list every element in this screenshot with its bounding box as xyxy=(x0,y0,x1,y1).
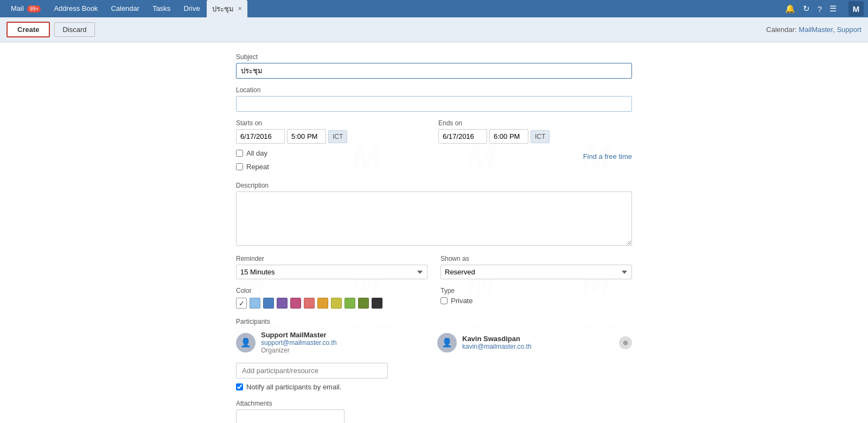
organizer-email: support@mailmaster.co.th xyxy=(261,339,431,347)
participant-info: Kavin Swasdipan kavin@mailmaster.co.th xyxy=(462,335,614,350)
participants-section: Participants 👤 Support MailMaster suppor… xyxy=(236,318,632,391)
top-navigation: Mail 99+ Address Book Calendar Tasks Dri… xyxy=(0,0,868,17)
participant-organizer: 👤 Support MailMaster support@mailmaster.… xyxy=(236,328,431,357)
color-swatch-black[interactable] xyxy=(372,298,382,309)
active-tab: ประชุม × xyxy=(207,0,247,17)
participants-label: Participants xyxy=(236,318,632,325)
participants-grid: 👤 Support MailMaster support@mailmaster.… xyxy=(236,328,632,357)
refresh-icon[interactable]: ↻ xyxy=(803,4,810,14)
color-swatch-lightblue[interactable] xyxy=(250,298,260,309)
shownas-select[interactable]: Reserved Free Busy Out of Office xyxy=(441,265,632,279)
notify-row: Notify all participants by email. xyxy=(236,383,632,391)
nav-calendar[interactable]: Calendar xyxy=(104,0,146,17)
help-icon[interactable]: ? xyxy=(818,4,822,14)
shownas-group: Shown as Reserved Free Busy Out of Offic… xyxy=(441,255,632,279)
participant-avatar: 👤 xyxy=(437,333,457,352)
starts-timezone: ICT xyxy=(328,130,347,143)
repeat-checkbox[interactable] xyxy=(236,163,243,170)
type-group: Type Private xyxy=(441,287,632,310)
remove-participant-button[interactable]: ⊗ xyxy=(619,336,632,349)
app-logo: M xyxy=(848,1,864,16)
ends-inputs: ICT xyxy=(438,129,632,144)
add-participant-input[interactable] xyxy=(236,363,388,379)
color-swatch-orange[interactable] xyxy=(317,298,328,309)
close-tab-button[interactable]: × xyxy=(238,5,242,12)
description-textarea[interactable] xyxy=(236,191,632,246)
attachments-section: Attachments xyxy=(236,400,632,423)
dates-row: Starts on ICT Ends on ICT xyxy=(236,119,632,144)
organizer-info: Support MailMaster support@mailmaster.co… xyxy=(261,331,431,354)
nav-tasks[interactable]: Tasks xyxy=(146,0,177,17)
reminder-select[interactable]: 15 Minutes 5 Minutes 10 Minutes 30 Minut… xyxy=(236,265,427,279)
starts-inputs: ICT xyxy=(236,129,430,144)
ends-time-input[interactable] xyxy=(489,129,528,144)
ends-timezone: ICT xyxy=(531,130,550,143)
avatar-person-icon: 👤 xyxy=(240,337,251,348)
ends-on-label: Ends on xyxy=(438,119,632,127)
calendar-label-text: Calendar: xyxy=(766,25,796,34)
mail-label: Mail xyxy=(11,4,24,12)
color-swatch-yellow[interactable] xyxy=(331,298,342,309)
participant-name: Kavin Swasdipan xyxy=(462,335,614,343)
type-label: Type xyxy=(441,287,632,294)
attachments-input[interactable] xyxy=(236,409,344,423)
toolbar: Create Discard Calendar: MailMaster, Sup… xyxy=(0,17,868,42)
calendar-info: Calendar: MailMaster, Support xyxy=(766,25,861,34)
calendar-mailmaster-link[interactable]: MailMaster xyxy=(799,25,833,34)
starts-on-group: Starts on ICT xyxy=(236,119,430,144)
addressbook-label: Address Book xyxy=(54,4,98,12)
private-checkbox[interactable] xyxy=(441,297,448,304)
organizer-role: Organizer xyxy=(261,347,431,354)
nav-drive[interactable]: Drive xyxy=(177,0,206,17)
nav-addressbook[interactable]: Address Book xyxy=(47,0,104,17)
reminder-label: Reminder xyxy=(236,255,427,262)
discard-button[interactable]: Discard xyxy=(54,22,94,37)
color-swatch-pink[interactable] xyxy=(290,298,301,309)
participant-email: kavin@mailmaster.co.th xyxy=(462,343,614,350)
color-swatch-purple[interactable] xyxy=(277,298,288,309)
organizer-avatar: 👤 xyxy=(236,333,256,352)
repeat-checkbox-label: Repeat xyxy=(246,163,269,171)
color-swatch-red[interactable] xyxy=(304,298,315,309)
create-button[interactable]: Create xyxy=(7,22,50,37)
nav-mail[interactable]: Mail 99+ xyxy=(4,0,47,17)
color-group: Color ✓ xyxy=(236,287,427,310)
avatar-person-icon-2: 👤 xyxy=(442,337,452,348)
color-swatch-blue[interactable] xyxy=(263,298,274,309)
reminder-shownas-row: Reminder 15 Minutes 5 Minutes 10 Minutes… xyxy=(236,255,632,279)
reminder-group: Reminder 15 Minutes 5 Minutes 10 Minutes… xyxy=(236,255,427,279)
ends-on-group: Ends on ICT xyxy=(438,119,632,144)
mail-badge: 99+ xyxy=(27,5,41,12)
subject-input[interactable] xyxy=(236,63,632,79)
allday-checkbox[interactable] xyxy=(236,150,243,157)
starts-time-input[interactable] xyxy=(287,129,326,144)
notify-label: Notify all participants by email. xyxy=(246,383,342,391)
allday-row: All day xyxy=(236,149,269,157)
bell-icon[interactable]: 🔔 xyxy=(785,4,795,14)
event-form: Subject Location Starts on ICT Ends on xyxy=(236,42,632,423)
private-row: Private xyxy=(441,297,632,305)
allday-repeat-group: All day Repeat xyxy=(236,149,269,176)
color-swatches: ✓ xyxy=(236,298,427,309)
subject-label: Subject xyxy=(236,53,632,61)
color-swatch-default[interactable]: ✓ xyxy=(236,298,247,309)
color-type-row: Color ✓ Type xyxy=(236,287,632,310)
attachments-label: Attachments xyxy=(236,400,632,407)
calendar-support-link[interactable]: Support xyxy=(837,25,861,34)
find-free-container: Find a free time xyxy=(583,149,632,161)
tasks-label: Tasks xyxy=(152,4,170,12)
color-swatch-lightgreen[interactable] xyxy=(344,298,355,309)
active-tab-label: ประชุม xyxy=(212,3,234,15)
color-swatch-darkgreen[interactable] xyxy=(358,298,369,309)
private-label: Private xyxy=(451,297,473,305)
location-group: Location xyxy=(236,86,632,112)
ends-date-input[interactable] xyxy=(438,129,487,144)
find-free-link[interactable]: Find a free time xyxy=(583,152,632,161)
location-input[interactable] xyxy=(236,96,632,112)
notify-checkbox[interactable] xyxy=(236,383,243,390)
starts-date-input[interactable] xyxy=(236,129,285,144)
nav-icon-group: 🔔 ↻ ? ☰ M xyxy=(785,1,864,16)
menu-icon[interactable]: ☰ xyxy=(829,4,837,14)
allday-checkbox-label: All day xyxy=(246,149,267,157)
subject-group: Subject xyxy=(236,53,632,79)
